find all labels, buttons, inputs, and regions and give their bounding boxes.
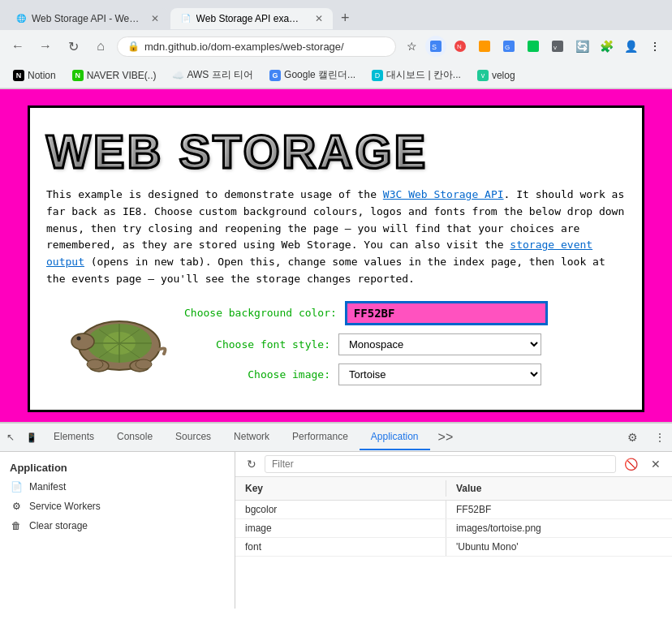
cell-key-font: font	[235, 538, 446, 556]
tab1-title: Web Storage API - Web A...	[32, 13, 143, 24]
tab2-close[interactable]: ✕	[315, 13, 323, 24]
page-description: This example is designed to demonstrate …	[46, 187, 626, 288]
font-style-select[interactable]: Monospace Sans-serif Serif	[338, 333, 541, 355]
forward-button[interactable]: →	[34, 35, 57, 58]
svg-text:N: N	[457, 43, 462, 50]
menu-button[interactable]: ⋮	[644, 36, 666, 57]
tortoise-svg	[46, 301, 168, 374]
devtools-settings-button[interactable]: ⚙	[621, 426, 644, 449]
cell-value-font: 'Ubuntu Mono'	[446, 538, 672, 556]
form-fields: Choose background color: Choose font sty…	[184, 301, 626, 394]
table-row-bgcolor[interactable]: bgcolor FF52BF	[235, 501, 672, 519]
table-row-font[interactable]: font 'Ubuntu Mono'	[235, 538, 672, 557]
sidebar-item-manifest[interactable]: 📄 Manifest	[0, 477, 235, 497]
tab1-favicon: 🌐	[16, 13, 27, 24]
filter-actions: 🚫 ✕	[619, 456, 666, 472]
svg-point-22	[136, 359, 152, 369]
bookmark-dashboard[interactable]: D 대시보드 | 칸아...	[365, 66, 467, 84]
bg-color-row: Choose background color:	[184, 301, 626, 325]
filter-input[interactable]	[265, 455, 616, 473]
w3c-link[interactable]: W3C Web Storage API	[383, 188, 504, 200]
back-button[interactable]: ←	[6, 35, 29, 58]
svg-rect-4	[479, 41, 490, 52]
bookmark-notion-label: Notion	[28, 70, 56, 81]
devtools-inspect-button[interactable]: ↖	[0, 427, 21, 448]
svg-text:G: G	[505, 44, 510, 51]
devtools-device-button[interactable]: 📱	[21, 427, 42, 448]
ext6-button[interactable]: v	[547, 36, 568, 57]
svg-text:S: S	[432, 43, 437, 51]
page-inner: WEB STORAGE This example is designed to …	[28, 105, 644, 412]
profile-button[interactable]: 👤	[620, 36, 641, 57]
notion-favicon: N	[13, 70, 24, 81]
address-bar[interactable]: 🔒 mdn.github.io/dom-examples/web-storage…	[117, 37, 396, 57]
storage-event-link[interactable]: storage event output	[46, 239, 592, 268]
tortoise-image	[46, 301, 168, 377]
bookmark-notion[interactable]: N Notion	[6, 67, 62, 84]
new-tab-button[interactable]: +	[334, 6, 356, 30]
tab-bar: 🌐 Web Storage API - Web A... ✕ 📄 Web Sto…	[0, 0, 672, 30]
devtools-tab-bar: ↖ 📱 Elements Console Sources Network Per…	[0, 424, 672, 452]
nav-bar: ← → ↻ ⌂ 🔒 mdn.github.io/dom-examples/web…	[0, 30, 672, 62]
storage-table: Key Value bgcolor FF52BF image images/to…	[235, 477, 672, 609]
bookmark-google[interactable]: G Google 캘린더...	[263, 66, 362, 84]
tab-1[interactable]: 🌐 Web Storage API - Web A... ✕	[6, 8, 169, 29]
sidebar-item-clear-storage[interactable]: 🗑 Clear storage	[0, 516, 235, 536]
table-row-image[interactable]: image images/tortoise.png	[235, 519, 672, 538]
tab-more[interactable]: >>	[430, 424, 462, 451]
bookmark-aws[interactable]: ☁️ AWS 프리 티어	[166, 66, 260, 84]
bookmarks-bar: N Notion N NAVER VIBE(..) ☁️ AWS 프리 티어 G…	[0, 62, 672, 88]
bg-color-label: Choose background color:	[184, 307, 337, 319]
svg-text:v: v	[554, 44, 557, 51]
tab-elements[interactable]: Elements	[42, 424, 106, 450]
bookmark-naver-label: NAVER VIBE(..)	[87, 70, 157, 81]
tab1-close[interactable]: ✕	[151, 13, 159, 24]
bookmark-velog-label: velog	[492, 70, 515, 81]
font-style-row: Choose font style: Monospace Sans-serif …	[184, 333, 626, 355]
ext1-button[interactable]: S	[425, 36, 446, 57]
bookmark-velog[interactable]: v velog	[471, 67, 522, 84]
svg-rect-7	[528, 41, 539, 52]
star-button[interactable]: ☆	[401, 36, 422, 57]
block-filter-button[interactable]: 🚫	[619, 456, 643, 472]
extensions-button[interactable]: 🧩	[596, 36, 617, 57]
refresh-storage-button[interactable]: ↻	[242, 456, 261, 472]
sync-button[interactable]: 🔄	[571, 36, 592, 57]
sidebar-item-clear-storage-label: Clear storage	[29, 520, 88, 531]
font-style-label: Choose font style:	[184, 338, 330, 351]
home-button[interactable]: ⌂	[89, 35, 112, 58]
clear-storage-icon: 🗑	[10, 519, 23, 532]
svg-point-21	[87, 359, 103, 369]
tab-sources[interactable]: Sources	[164, 424, 222, 450]
tab-network[interactable]: Network	[222, 424, 281, 450]
tab-2[interactable]: 📄 Web Storage API example ✕	[170, 8, 333, 29]
table-header: Key Value	[235, 477, 672, 501]
ext5-button[interactable]	[523, 36, 544, 57]
devtools-main: ↻ 🚫 ✕ Key Value bgcolor FF52BF imag	[235, 452, 672, 609]
aws-favicon: ☁️	[172, 70, 183, 81]
ext2-button[interactable]: N	[450, 36, 471, 57]
page-content: WEB STORAGE This example is designed to …	[0, 89, 672, 422]
devtools-panel: ↖ 📱 Elements Console Sources Network Per…	[0, 422, 672, 609]
tab2-favicon: 📄	[180, 13, 192, 24]
nav-icons: ☆ S N G v 🔄 🧩 👤 ⋮	[401, 36, 666, 57]
clear-filter-button[interactable]: ✕	[646, 456, 666, 472]
reload-button[interactable]: ↻	[62, 35, 84, 58]
devtools-more-button[interactable]: ⋮	[648, 426, 672, 449]
bookmark-naver[interactable]: N NAVER VIBE(..)	[66, 67, 163, 84]
devtools-settings-area: ⚙ ⋮	[621, 426, 672, 449]
tab-console[interactable]: Console	[106, 424, 164, 450]
tab-application[interactable]: Application	[360, 424, 430, 450]
ext4-button[interactable]: G	[498, 36, 519, 57]
image-select[interactable]: Tortoise Horse Bicycle	[338, 363, 541, 385]
bg-color-input[interactable]	[345, 301, 548, 325]
page-title: WEB STORAGE	[46, 124, 626, 179]
devtools-sidebar: Application 📄 Manifest ⚙ Service Workers…	[0, 452, 235, 609]
ext3-button[interactable]	[474, 36, 495, 57]
cell-value-image: images/tortoise.png	[446, 519, 672, 537]
cell-value-bgcolor: FF52BF	[446, 501, 672, 518]
tab-performance[interactable]: Performance	[281, 424, 360, 450]
sidebar-item-service-workers[interactable]: ⚙ Service Workers	[0, 497, 235, 516]
address-text: mdn.github.io/dom-examples/web-storage/	[144, 41, 386, 53]
service-workers-icon: ⚙	[10, 500, 23, 513]
